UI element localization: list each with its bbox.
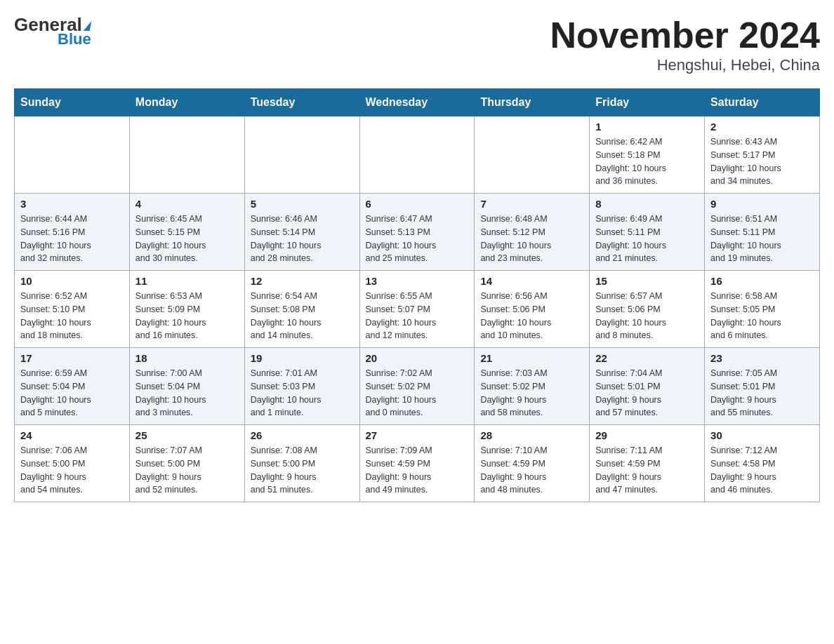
calendar-cell: 11Sunrise: 6:53 AMSunset: 5:09 PMDayligh… bbox=[129, 271, 244, 348]
day-number: 17 bbox=[20, 352, 124, 364]
day-number: 20 bbox=[366, 352, 469, 364]
calendar-cell: 4Sunrise: 6:45 AMSunset: 5:15 PMDaylight… bbox=[129, 194, 244, 271]
day-number: 12 bbox=[251, 275, 354, 287]
day-info: Sunrise: 7:12 AMSunset: 4:58 PMDaylight:… bbox=[710, 444, 814, 497]
day-number: 19 bbox=[251, 352, 354, 364]
day-info: Sunrise: 6:53 AMSunset: 5:09 PMDaylight:… bbox=[135, 290, 239, 342]
week-row-5: 24Sunrise: 7:06 AMSunset: 5:00 PMDayligh… bbox=[15, 425, 820, 502]
day-info: Sunrise: 6:58 AMSunset: 5:05 PMDaylight:… bbox=[710, 290, 814, 342]
calendar-cell: 1Sunrise: 6:42 AMSunset: 5:18 PMDaylight… bbox=[590, 116, 705, 194]
calendar-cell: 23Sunrise: 7:05 AMSunset: 5:01 PMDayligh… bbox=[705, 348, 820, 425]
day-number: 13 bbox=[366, 275, 469, 287]
day-number: 16 bbox=[710, 275, 814, 287]
calendar-cell: 8Sunrise: 6:49 AMSunset: 5:11 PMDaylight… bbox=[590, 194, 705, 271]
calendar-cell: 19Sunrise: 7:01 AMSunset: 5:03 PMDayligh… bbox=[244, 348, 359, 425]
calendar-cell: 10Sunrise: 6:52 AMSunset: 5:10 PMDayligh… bbox=[15, 271, 130, 348]
day-info: Sunrise: 6:56 AMSunset: 5:06 PMDaylight:… bbox=[480, 290, 583, 342]
calendar-cell bbox=[129, 116, 244, 194]
day-number: 25 bbox=[135, 429, 239, 441]
calendar-cell: 7Sunrise: 6:48 AMSunset: 5:12 PMDaylight… bbox=[475, 194, 590, 271]
calendar-cell: 18Sunrise: 7:00 AMSunset: 5:04 PMDayligh… bbox=[129, 348, 244, 425]
calendar-cell: 3Sunrise: 6:44 AMSunset: 5:16 PMDaylight… bbox=[15, 194, 130, 271]
day-info: Sunrise: 7:03 AMSunset: 5:02 PMDaylight:… bbox=[480, 367, 583, 420]
day-number: 9 bbox=[710, 198, 814, 210]
location-text: Hengshui, Hebei, China bbox=[550, 56, 820, 74]
weekday-header-friday: Friday bbox=[590, 89, 705, 116]
weekday-header-row: SundayMondayTuesdayWednesdayThursdayFrid… bbox=[15, 89, 820, 116]
day-number: 6 bbox=[366, 198, 469, 210]
page-header: General Blue November 2024 Hengshui, Heb… bbox=[14, 14, 820, 74]
calendar-cell: 27Sunrise: 7:09 AMSunset: 4:59 PMDayligh… bbox=[359, 425, 475, 502]
day-number: 23 bbox=[710, 352, 814, 364]
week-row-3: 10Sunrise: 6:52 AMSunset: 5:10 PMDayligh… bbox=[15, 271, 820, 348]
day-number: 29 bbox=[595, 429, 699, 441]
weekday-header-thursday: Thursday bbox=[475, 89, 590, 116]
calendar-cell bbox=[359, 116, 475, 194]
calendar-cell: 14Sunrise: 6:56 AMSunset: 5:06 PMDayligh… bbox=[475, 271, 590, 348]
logo: General Blue bbox=[14, 14, 91, 48]
week-row-2: 3Sunrise: 6:44 AMSunset: 5:16 PMDaylight… bbox=[15, 194, 820, 271]
day-number: 21 bbox=[480, 352, 583, 364]
day-info: Sunrise: 6:54 AMSunset: 5:08 PMDaylight:… bbox=[251, 290, 354, 342]
calendar-cell: 26Sunrise: 7:08 AMSunset: 5:00 PMDayligh… bbox=[244, 425, 359, 502]
calendar-cell bbox=[244, 116, 359, 194]
calendar-cell: 15Sunrise: 6:57 AMSunset: 5:06 PMDayligh… bbox=[590, 271, 705, 348]
day-info: Sunrise: 6:42 AMSunset: 5:18 PMDaylight:… bbox=[595, 135, 699, 188]
day-number: 11 bbox=[135, 275, 239, 287]
calendar-cell: 22Sunrise: 7:04 AMSunset: 5:01 PMDayligh… bbox=[590, 348, 705, 425]
calendar-cell: 20Sunrise: 7:02 AMSunset: 5:02 PMDayligh… bbox=[359, 348, 475, 425]
day-number: 28 bbox=[480, 429, 583, 441]
calendar-cell: 28Sunrise: 7:10 AMSunset: 4:59 PMDayligh… bbox=[475, 425, 590, 502]
day-info: Sunrise: 7:10 AMSunset: 4:59 PMDaylight:… bbox=[480, 444, 583, 497]
week-row-4: 17Sunrise: 6:59 AMSunset: 5:04 PMDayligh… bbox=[15, 348, 820, 425]
calendar-cell: 5Sunrise: 6:46 AMSunset: 5:14 PMDaylight… bbox=[244, 194, 359, 271]
day-number: 10 bbox=[20, 275, 124, 287]
day-number: 18 bbox=[135, 352, 239, 364]
day-number: 30 bbox=[710, 429, 814, 441]
calendar-cell: 9Sunrise: 6:51 AMSunset: 5:11 PMDaylight… bbox=[705, 194, 820, 271]
calendar-cell bbox=[15, 116, 130, 194]
day-number: 8 bbox=[595, 198, 699, 210]
logo-blue-text: Blue bbox=[58, 30, 91, 48]
day-info: Sunrise: 6:48 AMSunset: 5:12 PMDaylight:… bbox=[480, 213, 583, 265]
day-number: 3 bbox=[20, 198, 124, 210]
calendar-cell: 30Sunrise: 7:12 AMSunset: 4:58 PMDayligh… bbox=[705, 425, 820, 502]
day-info: Sunrise: 7:00 AMSunset: 5:04 PMDaylight:… bbox=[135, 367, 239, 420]
calendar-table: SundayMondayTuesdayWednesdayThursdayFrid… bbox=[14, 88, 820, 502]
day-number: 5 bbox=[251, 198, 354, 210]
day-info: Sunrise: 7:04 AMSunset: 5:01 PMDaylight:… bbox=[595, 367, 699, 420]
day-number: 22 bbox=[595, 352, 699, 364]
day-number: 1 bbox=[595, 121, 699, 133]
day-number: 7 bbox=[480, 198, 583, 210]
day-info: Sunrise: 7:11 AMSunset: 4:59 PMDaylight:… bbox=[595, 444, 699, 497]
day-number: 26 bbox=[251, 429, 354, 441]
day-info: Sunrise: 7:06 AMSunset: 5:00 PMDaylight:… bbox=[20, 444, 124, 497]
day-info: Sunrise: 6:45 AMSunset: 5:15 PMDaylight:… bbox=[135, 213, 239, 265]
calendar-cell: 21Sunrise: 7:03 AMSunset: 5:02 PMDayligh… bbox=[475, 348, 590, 425]
weekday-header-sunday: Sunday bbox=[15, 89, 130, 116]
day-info: Sunrise: 6:55 AMSunset: 5:07 PMDaylight:… bbox=[366, 290, 469, 342]
day-info: Sunrise: 7:07 AMSunset: 5:00 PMDaylight:… bbox=[135, 444, 239, 497]
day-info: Sunrise: 7:02 AMSunset: 5:02 PMDaylight:… bbox=[366, 367, 469, 420]
day-info: Sunrise: 7:05 AMSunset: 5:01 PMDaylight:… bbox=[710, 367, 814, 420]
day-number: 14 bbox=[480, 275, 583, 287]
day-info: Sunrise: 7:01 AMSunset: 5:03 PMDaylight:… bbox=[251, 367, 354, 420]
day-info: Sunrise: 6:47 AMSunset: 5:13 PMDaylight:… bbox=[366, 213, 469, 265]
day-number: 27 bbox=[366, 429, 469, 441]
calendar-cell: 13Sunrise: 6:55 AMSunset: 5:07 PMDayligh… bbox=[359, 271, 475, 348]
calendar-cell: 16Sunrise: 6:58 AMSunset: 5:05 PMDayligh… bbox=[705, 271, 820, 348]
day-info: Sunrise: 6:49 AMSunset: 5:11 PMDaylight:… bbox=[595, 213, 699, 265]
calendar-cell: 2Sunrise: 6:43 AMSunset: 5:17 PMDaylight… bbox=[705, 116, 820, 194]
day-number: 4 bbox=[135, 198, 239, 210]
day-info: Sunrise: 6:52 AMSunset: 5:10 PMDaylight:… bbox=[20, 290, 124, 342]
calendar-cell: 24Sunrise: 7:06 AMSunset: 5:00 PMDayligh… bbox=[15, 425, 130, 502]
day-number: 15 bbox=[595, 275, 699, 287]
day-info: Sunrise: 6:51 AMSunset: 5:11 PMDaylight:… bbox=[710, 213, 814, 265]
day-info: Sunrise: 6:46 AMSunset: 5:14 PMDaylight:… bbox=[251, 213, 354, 265]
day-number: 24 bbox=[20, 429, 124, 441]
calendar-cell: 17Sunrise: 6:59 AMSunset: 5:04 PMDayligh… bbox=[15, 348, 130, 425]
weekday-header-wednesday: Wednesday bbox=[359, 89, 475, 116]
weekday-header-tuesday: Tuesday bbox=[244, 89, 359, 116]
day-info: Sunrise: 6:59 AMSunset: 5:04 PMDaylight:… bbox=[20, 367, 124, 420]
day-info: Sunrise: 6:57 AMSunset: 5:06 PMDaylight:… bbox=[595, 290, 699, 342]
